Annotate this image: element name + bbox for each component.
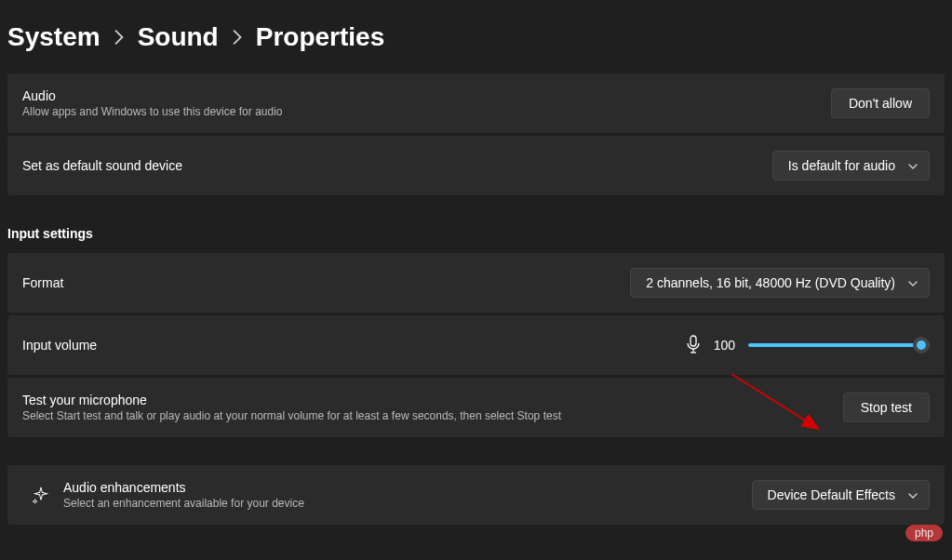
dont-allow-button[interactable]: Don't allow: [831, 88, 930, 118]
enhancements-subtitle: Select an enhancement available for your…: [63, 497, 304, 510]
default-device-title: Set as default sound device: [22, 158, 182, 173]
enhancements-title: Audio enhancements: [63, 480, 304, 495]
audio-card: Audio Allow apps and Windows to use this…: [7, 73, 945, 133]
enhancements-dropdown[interactable]: Device Default Effects: [752, 480, 930, 510]
chevron-right-icon: [114, 30, 125, 45]
format-title: Format: [22, 275, 63, 290]
input-volume-card: Input volume 100: [7, 315, 945, 375]
test-microphone-card: Test your microphone Select Start test a…: [7, 378, 945, 437]
chevron-down-icon: [908, 489, 918, 500]
test-mic-subtitle: Select Start test and talk or play audio…: [22, 409, 561, 422]
format-dropdown[interactable]: 2 channels, 16 bit, 48000 Hz (DVD Qualit…: [630, 268, 930, 298]
chevron-down-icon: [908, 160, 918, 171]
audio-title: Audio: [22, 88, 283, 103]
breadcrumb-sound[interactable]: Sound: [138, 22, 219, 52]
audio-subtitle: Allow apps and Windows to use this devic…: [22, 105, 283, 118]
input-volume-value: 100: [714, 338, 735, 353]
format-card: Format 2 channels, 16 bit, 48000 Hz (DVD…: [7, 253, 945, 313]
chevron-right-icon: [232, 30, 243, 45]
audio-enhancements-card: Audio enhancements Select an enhancement…: [7, 465, 945, 525]
stop-test-button[interactable]: Stop test: [843, 393, 930, 422]
breadcrumb: System Sound Properties: [0, 0, 952, 71]
input-volume-title: Input volume: [22, 338, 97, 353]
breadcrumb-properties: Properties: [256, 22, 385, 52]
sparkle-icon: [22, 485, 60, 505]
input-settings-header: Input settings: [0, 198, 952, 250]
microphone-icon: [686, 335, 701, 356]
test-mic-title: Test your microphone: [22, 393, 561, 407]
watermark-badge: php: [905, 525, 943, 541]
format-dropdown-label: 2 channels, 16 bit, 48000 Hz (DVD Qualit…: [646, 275, 895, 290]
default-device-dropdown[interactable]: Is default for audio: [772, 151, 930, 180]
breadcrumb-system[interactable]: System: [7, 22, 101, 52]
enhancements-dropdown-label: Device Default Effects: [768, 487, 895, 502]
default-device-card: Set as default sound device Is default f…: [7, 136, 945, 195]
svg-rect-0: [691, 336, 696, 346]
chevron-down-icon: [908, 277, 918, 288]
input-volume-slider[interactable]: [748, 343, 930, 347]
default-device-dropdown-label: Is default for audio: [788, 158, 895, 173]
